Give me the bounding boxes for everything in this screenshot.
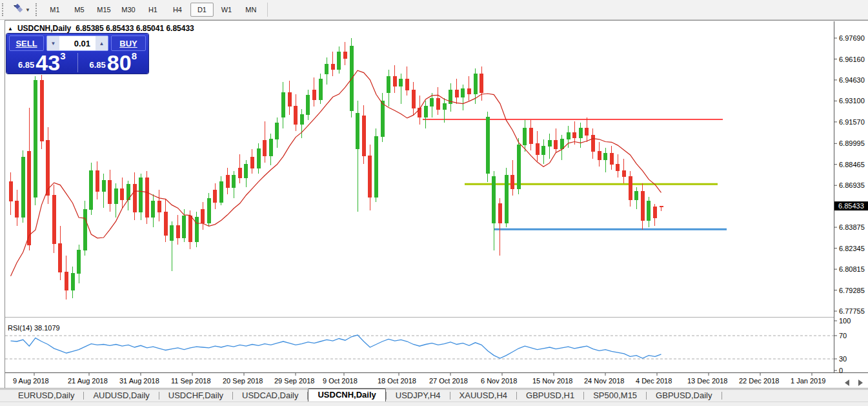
price-axis-label: 6.97690 <box>839 34 865 42</box>
candle-body <box>183 216 186 238</box>
candle-body <box>430 98 434 107</box>
candle-body <box>46 141 50 196</box>
price-axis-label: 6.82345 <box>839 245 865 252</box>
candle-body <box>548 141 551 147</box>
candle-body <box>102 181 105 192</box>
rsi-indicator-label: RSI(14) 38.1079 <box>8 324 60 332</box>
mt4-application: ▼ M1M5M15M30H1H4D1W1MN ▲ USDCNH,Daily 6.… <box>0 0 868 406</box>
candle-body <box>350 46 353 111</box>
date-axis-label: 4 Dec 2018 <box>636 377 672 385</box>
candle-body <box>219 182 223 203</box>
candle-body <box>145 178 148 218</box>
candle-body <box>157 201 161 212</box>
candle-body <box>579 128 582 138</box>
rsi-scale-label: 70 <box>839 332 847 340</box>
candle-body <box>480 74 483 93</box>
date-axis-label: 27 Oct 2018 <box>429 377 468 385</box>
tab-gbpusd-daily[interactable]: GBPUSD,Daily <box>647 390 721 401</box>
candle-body <box>505 175 508 223</box>
tab-sp500-m15[interactable]: SP500,M15 <box>584 390 646 401</box>
price-axis-label: 6.79285 <box>839 287 865 294</box>
price-axis-label: 6.93100 <box>839 97 865 105</box>
candle-body <box>331 64 334 70</box>
candle-body <box>269 139 272 156</box>
price-axis-label: 6.89995 <box>839 139 865 147</box>
candle-body <box>276 123 279 139</box>
date-axis-label: 31 Aug 2018 <box>119 377 159 385</box>
candle-body <box>250 157 254 168</box>
candle-body <box>573 132 576 138</box>
candle-body <box>83 209 86 250</box>
candle-body <box>245 164 248 178</box>
candle-body <box>121 188 124 199</box>
date-axis-label: 9 Aug 2018 <box>13 377 49 385</box>
date-axis-label: 1 Jan 2019 <box>791 377 825 385</box>
tab-usdcnh-daily[interactable]: USDCNH,Daily <box>308 389 385 401</box>
rsi-scale-label: 30 <box>839 355 847 363</box>
candle-body <box>325 64 328 74</box>
rsi-scale-label: 0 <box>839 367 843 374</box>
candle-body <box>108 181 112 204</box>
candle-body <box>164 212 167 235</box>
date-axis-label: 9 Oct 2018 <box>323 377 358 385</box>
tab-eurusd-daily[interactable]: EURUSD,Daily <box>9 390 83 401</box>
candle-body <box>436 98 439 109</box>
candle-body <box>629 176 632 199</box>
candle-body <box>226 175 229 187</box>
date-axis-label: 15 Nov 2018 <box>532 377 572 385</box>
candle-body <box>635 191 638 199</box>
candle-body <box>312 90 316 99</box>
tab-usdjpy-h4[interactable]: USDJPY,H4 <box>387 390 450 401</box>
price-axis-label: 6.86935 <box>839 181 865 189</box>
tab-divider <box>722 392 722 400</box>
candle-body <box>498 204 501 223</box>
candle-body <box>195 218 198 242</box>
candle-body <box>232 175 236 187</box>
candle-body <box>529 128 532 143</box>
scroll-left-icon[interactable] <box>845 380 849 386</box>
candle-body <box>34 81 37 197</box>
tab-xauusd-h4[interactable]: XAUUSD,H4 <box>450 390 516 401</box>
status-bar <box>0 401 868 406</box>
candle-body <box>90 171 93 209</box>
date-axis-label: 6 Nov 2018 <box>481 377 517 385</box>
candle-body <box>114 188 117 203</box>
candle-body <box>492 176 496 223</box>
candle-body <box>21 157 25 217</box>
candle-body <box>412 90 415 108</box>
candle-body <box>517 145 520 188</box>
price-axis-label: 6.80815 <box>839 265 865 273</box>
date-axis-label: 21 Aug 2018 <box>68 377 108 385</box>
candle-body <box>486 117 489 174</box>
candle-body <box>170 226 174 241</box>
scroll-right-icon[interactable] <box>858 380 863 386</box>
price-chart-canvas[interactable]: RSI(14) 38.1079 6.976906.961606.946306.9… <box>0 0 868 406</box>
candle-body <box>660 206 663 207</box>
price-axis-label: 6.91570 <box>839 118 865 126</box>
candle-body <box>65 272 68 290</box>
candle-body <box>214 190 217 202</box>
candle-body <box>362 116 365 156</box>
candle-body <box>319 79 322 99</box>
date-axis-label: 11 Sep 2018 <box>171 377 211 385</box>
tab-usdchf-daily[interactable]: USDCHF,Daily <box>159 390 232 401</box>
tab-audusd-daily[interactable]: AUDUSD,Daily <box>84 390 158 401</box>
candle-body <box>536 143 539 154</box>
candle-body <box>133 185 136 212</box>
candle-body <box>393 76 396 86</box>
candle-body <box>647 201 651 220</box>
price-axis-label: 6.88465 <box>839 161 865 168</box>
candle-body <box>604 153 607 160</box>
candle-body <box>610 153 613 164</box>
tab-usdcad-daily[interactable]: USDCAD,Daily <box>233 390 307 401</box>
candle-body <box>443 104 446 110</box>
candle-body <box>152 201 155 218</box>
rsi-scale-label: 100 <box>839 317 851 325</box>
chart-tab-bar: EURUSD,DailyAUDUSD,DailyUSDCHF,DailyUSDC… <box>0 389 868 401</box>
candle-body <box>616 164 620 171</box>
candle-body <box>399 79 403 86</box>
date-axis-label: 18 Oct 2018 <box>378 377 416 385</box>
candle-body <box>542 146 545 154</box>
price-axis-label: 6.83875 <box>839 223 865 231</box>
tab-gbpusd-h1[interactable]: GBPUSD,H1 <box>517 390 583 401</box>
